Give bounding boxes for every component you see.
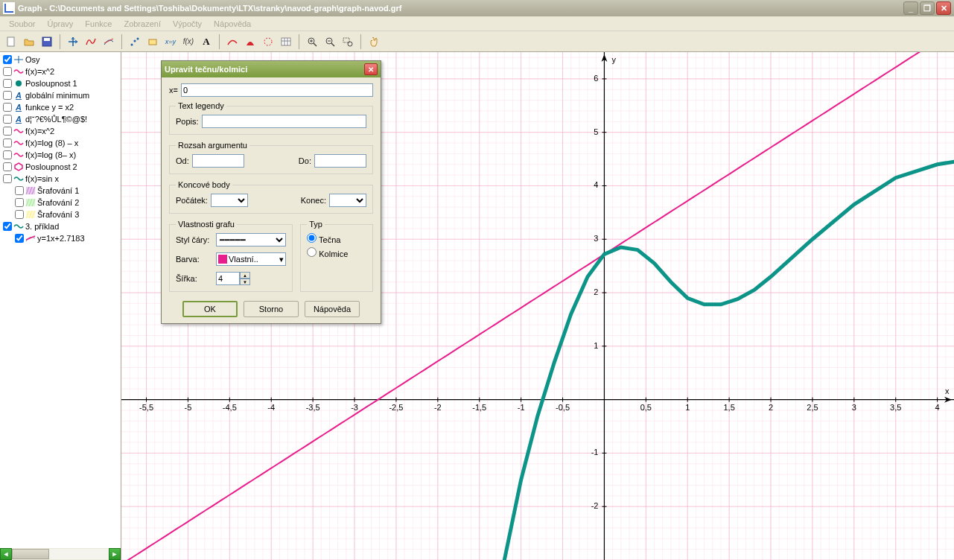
shading-button[interactable]: [242, 34, 258, 50]
x-input[interactable]: [181, 83, 373, 97]
tree-checkbox[interactable]: [15, 210, 24, 219]
menu-upravy[interactable]: Úpravy: [41, 18, 79, 30]
svg-line-14: [314, 43, 317, 46]
svg-text:1: 1: [685, 403, 690, 412]
point-series-button[interactable]: [127, 34, 143, 50]
scroll-right-button[interactable]: ►: [109, 548, 121, 560]
tree-item-icon: [13, 222, 24, 231]
tree-checkbox[interactable]: [3, 127, 12, 136]
spin-up[interactable]: ▲: [240, 272, 250, 279]
svg-text:-1: -1: [591, 448, 599, 456]
tecna-radio[interactable]: [307, 233, 317, 243]
tree-item-5[interactable]: Ad¦˘?€%ŮL¶©@$!: [1, 113, 119, 125]
tree-item-8[interactable]: f(x)=log (8– x): [1, 149, 119, 161]
spin-down[interactable]: ▼: [240, 279, 250, 285]
tree-item-3[interactable]: Aglobální minimum: [1, 89, 119, 101]
trace-button[interactable]: [224, 34, 241, 50]
tree-checkbox[interactable]: [3, 222, 12, 231]
scroll-left-button[interactable]: ◄: [0, 548, 12, 560]
kolmice-radio[interactable]: [307, 247, 317, 257]
tree-item-7[interactable]: f(x)=log (8) – x: [1, 137, 119, 149]
menu-funkce[interactable]: Funkce: [79, 18, 118, 30]
sidebar-scrollbar[interactable]: ◄ ►: [0, 548, 121, 560]
menu-soubor[interactable]: Soubor: [3, 18, 41, 30]
menu-napoveda[interactable]: Nápověda: [208, 18, 257, 30]
tree-item-1[interactable]: f(x)=x^2: [1, 66, 119, 77]
tree-item-10[interactable]: f(x)=sin x: [1, 173, 119, 185]
tree-checkbox[interactable]: [3, 91, 12, 100]
save-file-button[interactable]: [39, 34, 55, 50]
konec-select[interactable]: [329, 194, 366, 207]
legend-group-label: Text legendy: [176, 101, 226, 110]
tree-item-0[interactable]: Osy: [1, 54, 119, 66]
tree-item-13[interactable]: Šrafování 3: [1, 209, 119, 220]
zoom-in-button[interactable]: [304, 34, 320, 50]
tree-checkbox[interactable]: [3, 103, 12, 112]
zoom-out-button[interactable]: [322, 34, 338, 50]
svg-text:-2,5: -2,5: [389, 403, 403, 412]
ok-button[interactable]: OK: [182, 301, 238, 317]
window-close-button[interactable]: ✕: [936, 1, 951, 15]
kolmice-radio-label[interactable]: Kolmice: [307, 249, 348, 258]
tree-item-14[interactable]: 3. příklad: [1, 220, 119, 232]
menu-zobrazeni[interactable]: Zobrazení: [118, 18, 167, 30]
new-file-button[interactable]: [3, 34, 19, 50]
barva-label: Barva:: [176, 255, 213, 264]
tree-item-4[interactable]: Afunkce y = x2: [1, 101, 119, 113]
fx-button[interactable]: f(x): [180, 34, 197, 50]
svg-rect-20: [343, 38, 349, 42]
dialog-close-button[interactable]: ✕: [364, 63, 378, 75]
tree-checkbox[interactable]: [15, 186, 24, 195]
tree-checkbox[interactable]: [15, 234, 24, 243]
label-button[interactable]: A: [198, 34, 214, 50]
tree-checkbox[interactable]: [3, 55, 12, 64]
tree-item-11[interactable]: Šrafování 1: [1, 185, 119, 197]
od-input[interactable]: [192, 154, 244, 168]
dialog-titlebar[interactable]: Upravit tečnu/kolmici ✕: [162, 61, 381, 77]
do-input[interactable]: [314, 154, 366, 168]
axes-button[interactable]: [65, 34, 81, 50]
minimize-button[interactable]: _: [903, 1, 918, 15]
tree-checkbox[interactable]: [3, 115, 12, 124]
menu-vypocty[interactable]: Výpočty: [167, 18, 208, 30]
tree-item-9[interactable]: Posloupnost 2: [1, 161, 119, 173]
tangent-button[interactable]: [101, 34, 117, 50]
tree-item-6[interactable]: f(x)=x^2: [1, 125, 119, 137]
tree-checkbox[interactable]: [3, 67, 12, 76]
open-file-button[interactable]: [21, 34, 37, 50]
svg-point-6: [137, 37, 139, 39]
tree-checkbox[interactable]: [3, 174, 12, 183]
function-button[interactable]: [83, 34, 99, 50]
tree-checkbox[interactable]: [3, 139, 12, 147]
svg-text:-2: -2: [434, 403, 442, 412]
tree-item-12[interactable]: Šrafování 2: [1, 197, 119, 209]
pocatek-select[interactable]: [211, 194, 248, 207]
tree-item-15[interactable]: y=1x+2.7183: [1, 232, 119, 244]
tree-checkbox[interactable]: [15, 198, 24, 207]
tree-item-label: globální minimum: [25, 91, 89, 100]
cancel-button[interactable]: Storno: [244, 301, 299, 317]
relation-button[interactable]: [144, 34, 161, 50]
tecna-radio-label[interactable]: Tečna: [307, 235, 340, 244]
svg-line-18: [331, 43, 334, 46]
svg-text:0,5: 0,5: [640, 403, 652, 412]
tree-item-2[interactable]: Posloupnost 1: [1, 77, 119, 89]
tree-item-label: f(x)=log (8) – x: [25, 139, 78, 147]
width-spinner[interactable]: ▲▼: [216, 272, 250, 285]
tree-checkbox[interactable]: [3, 150, 12, 159]
popis-input[interactable]: [202, 115, 366, 128]
animate-button[interactable]: [260, 34, 276, 50]
maximize-button[interactable]: ❐: [920, 1, 935, 15]
equation-button[interactable]: x=y: [162, 34, 179, 50]
scrollbar-thumb[interactable]: [12, 549, 49, 559]
width-input[interactable]: [216, 272, 240, 285]
zoom-window-button[interactable]: [340, 34, 356, 50]
tree-checkbox[interactable]: [3, 162, 12, 171]
style-select[interactable]: ━━━━━: [216, 233, 286, 246]
tree-item-label: Šrafování 2: [37, 198, 79, 207]
tree-checkbox[interactable]: [3, 79, 12, 88]
pan-button[interactable]: [366, 34, 382, 50]
table-button[interactable]: [278, 34, 294, 50]
color-select[interactable]: Vlastní.. ▾: [216, 252, 286, 266]
help-button[interactable]: Nápověda: [305, 301, 360, 317]
